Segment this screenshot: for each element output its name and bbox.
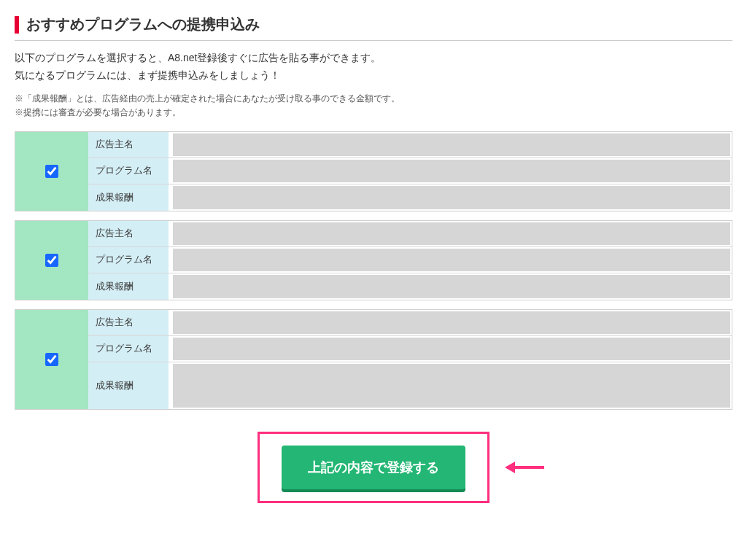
- label-advertiser: 広告主名: [88, 310, 169, 335]
- label-program: プログラム名: [88, 158, 169, 184]
- value-reward: [173, 275, 730, 298]
- program-checkbox[interactable]: [45, 165, 58, 178]
- label-advertiser: 広告主名: [88, 132, 169, 158]
- field-row-program: プログラム名: [88, 158, 732, 184]
- program-block: 広告主名 プログラム名 成果報酬: [15, 131, 732, 211]
- field-row-reward: 成果報酬: [88, 273, 732, 300]
- field-row-program: プログラム名: [88, 336, 732, 362]
- label-program: プログラム名: [88, 247, 169, 273]
- submit-highlight-frame: 上記の内容で登録する: [258, 432, 489, 503]
- value-reward: [173, 186, 730, 209]
- heading-accent-bar: [15, 16, 19, 34]
- section-heading: おすすめプログラムへの提携申込み: [15, 15, 732, 41]
- program-checkbox[interactable]: [45, 353, 58, 366]
- program-checkbox[interactable]: [45, 254, 58, 267]
- value-advertiser: [173, 222, 730, 245]
- intro-line-2: 気になるプログラムには、まず提携申込みをしましょう！: [15, 67, 732, 85]
- label-reward: 成果報酬: [88, 362, 169, 409]
- field-row-program: プログラム名: [88, 247, 732, 273]
- field-row-reward: 成果報酬: [88, 362, 732, 409]
- submit-button[interactable]: 上記の内容で登録する: [282, 446, 465, 489]
- note-line-2: ※提携には審査が必要な場合があります。: [15, 106, 732, 120]
- note-line-1: ※「成果報酬」とは、広告経由の売上が確定された場合にあなたが受け取る事のできる金…: [15, 92, 732, 106]
- arrow-annotation: [505, 462, 544, 473]
- checkbox-col: [15, 221, 88, 300]
- value-program: [173, 249, 730, 271]
- label-reward: 成果報酬: [88, 184, 169, 211]
- value-reward: [173, 364, 730, 408]
- value-advertiser: [173, 311, 730, 334]
- program-block: 広告主名 プログラム名 成果報酬: [15, 309, 732, 410]
- program-block: 広告主名 プログラム名 成果報酬: [15, 220, 732, 300]
- notes-text: ※「成果報酬」とは、広告経由の売上が確定された場合にあなたが受け取る事のできる金…: [15, 92, 732, 120]
- label-advertiser: 広告主名: [88, 221, 169, 246]
- field-row-reward: 成果報酬: [88, 184, 732, 211]
- value-program: [173, 338, 730, 360]
- label-program: プログラム名: [88, 336, 169, 362]
- field-row-advertiser: 広告主名: [88, 310, 732, 336]
- fields-col: 広告主名 プログラム名 成果報酬: [88, 310, 732, 409]
- fields-col: 広告主名 プログラム名 成果報酬: [88, 132, 732, 211]
- heading-text: おすすめプログラムへの提携申込み: [26, 15, 260, 34]
- intro-text: 以下のプログラムを選択すると、A8.net登録後すぐに広告を貼る事ができます。 …: [15, 50, 732, 85]
- arrow-left-icon: [505, 462, 515, 473]
- checkbox-col: [15, 132, 88, 211]
- value-program: [173, 160, 730, 182]
- fields-col: 広告主名 プログラム名 成果報酬: [88, 221, 732, 300]
- field-row-advertiser: 広告主名: [88, 132, 732, 158]
- intro-line-1: 以下のプログラムを選択すると、A8.net登録後すぐに広告を貼る事ができます。: [15, 50, 732, 67]
- label-reward: 成果報酬: [88, 273, 169, 300]
- arrow-line: [515, 466, 544, 469]
- value-advertiser: [173, 133, 730, 156]
- checkbox-col: [15, 310, 88, 409]
- field-row-advertiser: 広告主名: [88, 221, 732, 247]
- submit-area: 上記の内容で登録する: [15, 432, 732, 503]
